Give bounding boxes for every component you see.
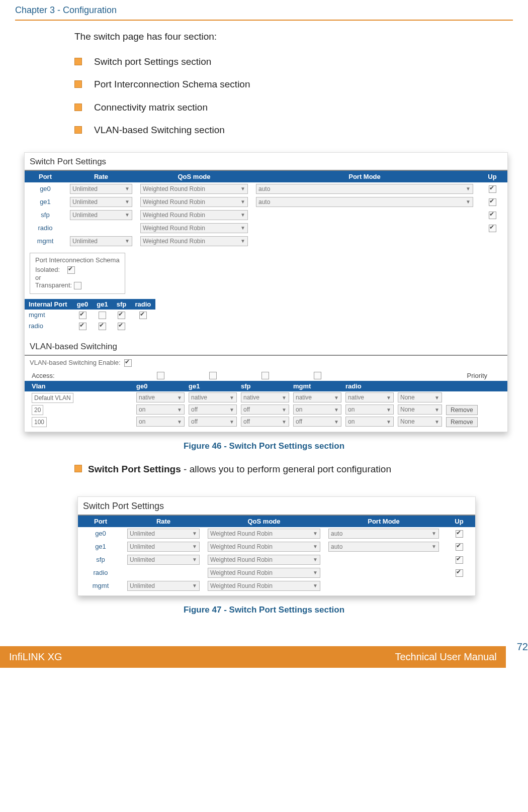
port-cell: mgmt xyxy=(78,579,123,592)
dropdown[interactable]: Unlimited▼ xyxy=(70,197,132,207)
dropdown[interactable]: on▼ xyxy=(345,404,394,415)
bullet-icon xyxy=(74,104,82,111)
dropdown[interactable]: on▼ xyxy=(136,404,185,415)
checkbox[interactable] xyxy=(456,543,463,551)
bullet-icon xyxy=(74,126,82,134)
dropdown[interactable]: None▼ xyxy=(398,392,442,402)
checkbox[interactable] xyxy=(118,312,125,319)
dropdown[interactable]: Weighted Round Robin▼ xyxy=(208,529,320,539)
chevron-down-icon: ▼ xyxy=(229,419,234,425)
dropdown[interactable]: native▼ xyxy=(293,392,341,402)
vlan-enable-checkbox[interactable] xyxy=(124,359,132,367)
dropdown[interactable]: Weighted Round Robin▼ xyxy=(208,581,320,591)
checkbox[interactable] xyxy=(209,372,217,379)
dropdown[interactable]: auto▼ xyxy=(256,184,473,194)
checkbox[interactable] xyxy=(489,212,496,219)
chevron-down-icon: ▼ xyxy=(192,557,197,562)
transparent-checkbox[interactable] xyxy=(74,282,81,289)
dropdown[interactable]: Weighted Round Robin▼ xyxy=(140,223,248,233)
figure-47-caption: Figure 47 - Switch Port Settings section xyxy=(15,605,513,615)
col-mode: Port Mode xyxy=(252,171,477,182)
port-cell: ge1 xyxy=(78,540,123,553)
dropdown[interactable]: on▼ xyxy=(345,417,394,427)
checkbox[interactable] xyxy=(139,312,147,319)
dropdown[interactable]: Weighted Round Robin▼ xyxy=(140,210,248,220)
checkbox[interactable] xyxy=(489,225,496,232)
vlan-input[interactable]: 100 xyxy=(32,417,47,427)
bullet-icon xyxy=(74,80,82,88)
checkbox[interactable] xyxy=(79,312,86,319)
dropdown[interactable]: Unlimited▼ xyxy=(127,555,200,565)
dropdown[interactable]: Unlimited▼ xyxy=(127,581,200,591)
dropdown[interactable]: Weighted Round Robin▼ xyxy=(140,184,248,194)
chevron-down-icon: ▼ xyxy=(229,407,234,413)
dropdown[interactable]: off▼ xyxy=(189,417,237,427)
priority-label: Priority xyxy=(396,372,502,379)
dropdown[interactable]: on▼ xyxy=(136,417,185,427)
dropdown[interactable]: native▼ xyxy=(345,392,394,402)
checkbox[interactable] xyxy=(79,323,86,330)
chevron-down-icon: ▼ xyxy=(386,407,391,413)
table-row: sfpUnlimited▼Weighted Round Robin▼ xyxy=(25,209,507,222)
dropdown[interactable]: Unlimited▼ xyxy=(70,210,132,220)
dropdown[interactable]: Weighted Round Robin▼ xyxy=(208,555,320,565)
dropdown[interactable]: Unlimited▼ xyxy=(70,236,132,246)
port-cell: radio xyxy=(25,222,66,235)
dropdown[interactable]: Weighted Round Robin▼ xyxy=(140,197,248,207)
remove-button[interactable]: Remove xyxy=(446,405,478,415)
chevron-down-icon: ▼ xyxy=(282,395,287,400)
checkbox[interactable] xyxy=(314,372,321,379)
remove-button[interactable]: Remove xyxy=(446,417,478,427)
dropdown[interactable]: off▼ xyxy=(293,417,341,427)
chevron-down-icon: ▼ xyxy=(434,407,439,413)
dropdown[interactable]: off▼ xyxy=(241,417,289,427)
dropdown[interactable]: Unlimited▼ xyxy=(70,184,132,194)
switch-port-table: Port Rate QoS mode Port Mode Up ge0Unlim… xyxy=(25,171,507,248)
vlan-input[interactable]: Default VLAN xyxy=(32,393,73,403)
dropdown[interactable]: Unlimited▼ xyxy=(127,542,200,552)
vlan-input[interactable]: 20 xyxy=(32,405,43,415)
dropdown[interactable]: auto▼ xyxy=(256,197,473,207)
dropdown[interactable]: on▼ xyxy=(293,404,341,415)
dropdown[interactable]: native▼ xyxy=(241,392,289,402)
chevron-down-icon: ▼ xyxy=(125,238,130,244)
dropdown[interactable]: Weighted Round Robin▼ xyxy=(208,542,320,552)
dropdown[interactable]: native▼ xyxy=(189,392,237,402)
isolated-checkbox[interactable] xyxy=(67,266,75,274)
dropdown[interactable]: Weighted Round Robin▼ xyxy=(140,236,248,246)
dropdown[interactable]: None▼ xyxy=(398,404,442,415)
dropdown[interactable]: off▼ xyxy=(189,404,237,415)
list-item: Port Interconnection Schema section xyxy=(74,77,513,91)
dropdown[interactable]: None▼ xyxy=(398,417,442,427)
dropdown[interactable]: off▼ xyxy=(241,404,289,415)
dropdown[interactable]: native▼ xyxy=(136,392,185,402)
chevron-down-icon: ▼ xyxy=(177,395,182,400)
checkbox[interactable] xyxy=(261,372,269,379)
dropdown[interactable]: auto▼ xyxy=(328,529,439,539)
col-up: Up xyxy=(477,171,507,182)
checkbox[interactable] xyxy=(489,185,496,193)
interconnection-schema-box: Port Interconnection Schema Isolated: or… xyxy=(30,253,125,294)
chevron-down-icon: ▼ xyxy=(192,531,197,536)
chevron-down-icon: ▼ xyxy=(431,531,436,536)
checkbox[interactable] xyxy=(99,323,106,330)
checkbox[interactable] xyxy=(118,323,125,330)
table-row: radio xyxy=(25,321,155,332)
col-qos: QoS mode xyxy=(136,171,252,182)
checkbox[interactable] xyxy=(456,569,463,577)
footer-bar: InfiLINK XG Technical User Manual xyxy=(0,646,506,668)
footer-right: Technical User Manual xyxy=(395,651,496,663)
checkbox[interactable] xyxy=(489,198,496,206)
port-cell: sfp xyxy=(25,209,66,222)
dropdown[interactable]: Weighted Round Robin▼ xyxy=(208,568,320,578)
dropdown[interactable]: Unlimited▼ xyxy=(127,529,200,539)
checkbox[interactable] xyxy=(456,530,463,538)
table-row: radioWeighted Round Robin▼ xyxy=(25,222,507,235)
chevron-down-icon: ▼ xyxy=(334,395,339,400)
checkbox[interactable] xyxy=(456,556,463,564)
bullet-list: Switch port Settings sectionPort Interco… xyxy=(74,55,513,137)
checkbox[interactable] xyxy=(157,372,164,379)
dropdown[interactable]: auto▼ xyxy=(328,542,439,552)
access-row: Access:Priority xyxy=(25,370,507,381)
checkbox[interactable] xyxy=(99,312,106,319)
